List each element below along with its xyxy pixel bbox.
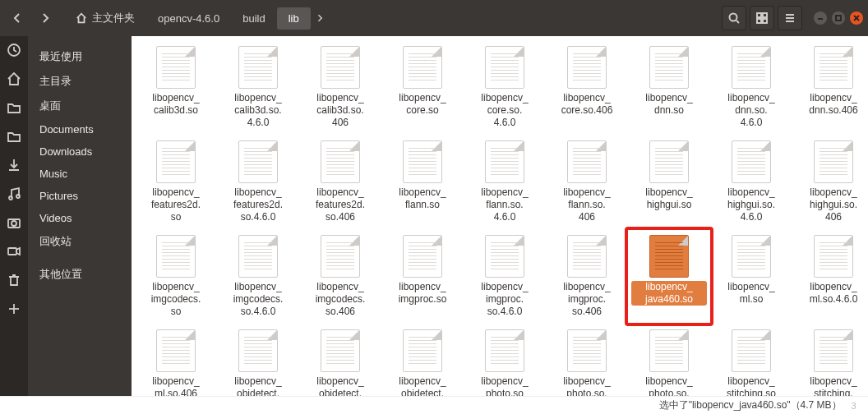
back-button[interactable] — [5, 6, 30, 30]
file-item[interactable]: libopencv_dnn.so — [630, 43, 709, 132]
file-icon — [567, 46, 607, 89]
file-icon — [156, 235, 196, 278]
file-icon — [485, 140, 524, 183]
file-item[interactable]: libopencv_photo.so.406 — [630, 326, 709, 396]
file-icon — [814, 46, 853, 89]
file-item[interactable]: libopencv_calib3d.so.406 — [301, 43, 380, 132]
file-item[interactable]: libopencv_flann.so.4.6.0 — [465, 137, 544, 227]
file-item[interactable]: libopencv_objdetect.so.4.6.0 — [301, 326, 380, 396]
breadcrumb-item-1[interactable]: build — [231, 7, 276, 30]
file-item[interactable]: libopencv_calib3d.so.4.6.0 — [219, 43, 298, 132]
sidebar-item-recent[interactable]: 最近使用 — [28, 44, 132, 69]
file-item[interactable]: libopencv_imgproc.so.4.6.0 — [465, 232, 544, 321]
file-item[interactable]: libopencv_dnn.so.406 — [794, 43, 868, 132]
file-label: libopencv_photo.so.4.6.0 — [549, 375, 625, 396]
file-item[interactable]: libopencv_ml.so — [712, 232, 791, 321]
file-icon — [321, 140, 360, 183]
file-label: libopencv_features2d.so.4.6.0 — [220, 186, 296, 223]
file-icon — [403, 329, 442, 372]
file-item[interactable]: libopencv_features2d.so — [136, 137, 215, 227]
camera-icon[interactable] — [7, 215, 21, 232]
sidebar-item-music[interactable]: Music — [28, 163, 132, 185]
svg-point-15 — [16, 195, 20, 198]
breadcrumb-item-2[interactable]: lib — [277, 7, 311, 30]
file-icon — [814, 235, 853, 278]
file-item[interactable]: libopencv_ml.so.4.6.0 — [794, 232, 868, 321]
file-item[interactable]: libopencv_imgproc.so.406 — [547, 232, 626, 321]
file-icon — [732, 235, 771, 278]
file-item[interactable]: libopencv_stitching.so.4.6.0 — [794, 326, 868, 396]
file-item[interactable]: libopencv_ml.so.406 — [136, 326, 215, 396]
file-item[interactable]: libopencv_imgcodecs.so — [136, 232, 215, 321]
file-label: libopencv_calib3d.so — [138, 92, 214, 117]
file-label: libopencv_features2d.so — [138, 186, 214, 223]
trash-icon[interactable] — [7, 273, 21, 290]
sidebar-item-videos[interactable]: Videos — [28, 207, 132, 229]
svg-rect-10 — [836, 16, 841, 21]
file-label: libopencv_dnn.so.406 — [796, 92, 868, 117]
file-item[interactable]: libopencv_highgui.so.406 — [794, 137, 868, 227]
file-item[interactable]: libopencv_dnn.so.4.6.0 — [712, 43, 791, 132]
file-item[interactable]: libopencv_flann.so — [383, 137, 462, 227]
view-grid-button[interactable] — [750, 6, 774, 30]
sidebar-item-documents[interactable]: Documents — [28, 118, 132, 140]
file-label: libopencv_stitching.so — [713, 375, 789, 396]
menu-button[interactable] — [778, 6, 802, 30]
file-item[interactable]: libopencv_java460.so — [630, 232, 709, 321]
download-icon[interactable] — [7, 158, 21, 175]
sidebar-item-other[interactable]: 其他位置 — [28, 262, 132, 287]
file-area[interactable]: libopencv_calib3d.solibopencv_calib3d.so… — [132, 36, 868, 396]
file-item[interactable]: libopencv_imgcodecs.so.4.6.0 — [219, 232, 298, 321]
folder-icon[interactable] — [7, 100, 21, 117]
plus-icon[interactable] — [7, 301, 21, 319]
sidebar-item-home[interactable]: 主目录 — [28, 69, 132, 94]
file-label: libopencv_dnn.so — [631, 92, 707, 117]
file-item[interactable]: libopencv_core.so.406 — [547, 43, 626, 132]
forward-button[interactable] — [33, 6, 58, 30]
file-item[interactable]: libopencv_imgcodecs.so.406 — [301, 232, 380, 321]
file-icon — [732, 140, 771, 183]
sidebar-item-desktop[interactable]: 桌面 — [28, 94, 132, 118]
file-item[interactable]: libopencv_stitching.so — [712, 326, 791, 396]
file-icon — [732, 46, 771, 89]
maximize-button[interactable] — [832, 12, 845, 25]
file-label: libopencv_ml.so.406 — [138, 375, 214, 396]
file-icon — [649, 46, 689, 89]
file-item[interactable]: libopencv_highgui.so.4.6.0 — [712, 137, 791, 227]
file-item[interactable]: libopencv_calib3d.so — [136, 43, 215, 132]
file-item[interactable]: libopencv_flann.so.406 — [547, 137, 626, 227]
file-label: libopencv_stitching.so.4.6.0 — [796, 375, 868, 396]
sidebar-item-trash[interactable]: 回收站 — [28, 229, 132, 254]
file-item[interactable]: libopencv_core.so.4.6.0 — [465, 43, 544, 132]
file-icon — [814, 140, 853, 183]
file-item[interactable]: libopencv_objdetect.so.406 — [383, 326, 462, 396]
file-item[interactable]: libopencv_objdetect.so — [219, 326, 298, 396]
file-item[interactable]: libopencv_features2d.so.406 — [301, 137, 380, 227]
music-icon[interactable] — [7, 186, 21, 204]
folder-icon[interactable] — [7, 129, 21, 146]
file-label: libopencv_highgui.so — [631, 186, 707, 211]
close-button[interactable] — [850, 12, 863, 25]
file-item[interactable]: libopencv_core.so — [383, 43, 462, 132]
video-icon[interactable] — [7, 244, 21, 261]
file-icon — [567, 235, 607, 278]
sidebar-item-pictures[interactable]: Pictures — [28, 185, 132, 207]
file-item[interactable]: libopencv_photo.so — [465, 326, 544, 396]
sidebar-item-downloads[interactable]: Downloads — [28, 140, 132, 163]
breadcrumb-home[interactable]: 主文件夹 — [64, 6, 146, 30]
file-item[interactable]: libopencv_highgui.so — [630, 137, 709, 227]
file-item[interactable]: libopencv_photo.so.4.6.0 — [547, 326, 626, 396]
file-icon — [732, 329, 771, 372]
file-item[interactable]: libopencv_imgproc.so — [383, 232, 462, 321]
file-item[interactable]: libopencv_features2d.so.4.6.0 — [219, 137, 298, 227]
search-button[interactable] — [722, 6, 746, 30]
breadcrumb-item-0[interactable]: opencv-4.6.0 — [146, 7, 231, 30]
file-label: libopencv_objdetect.so.4.6.0 — [302, 375, 378, 396]
file-icon — [238, 235, 278, 278]
home-icon[interactable] — [7, 71, 21, 89]
clock-icon[interactable] — [7, 43, 21, 60]
file-icon — [485, 329, 524, 372]
file-icon — [403, 140, 442, 183]
minimize-button[interactable] — [814, 12, 827, 25]
breadcrumb-next-button[interactable] — [311, 6, 329, 30]
